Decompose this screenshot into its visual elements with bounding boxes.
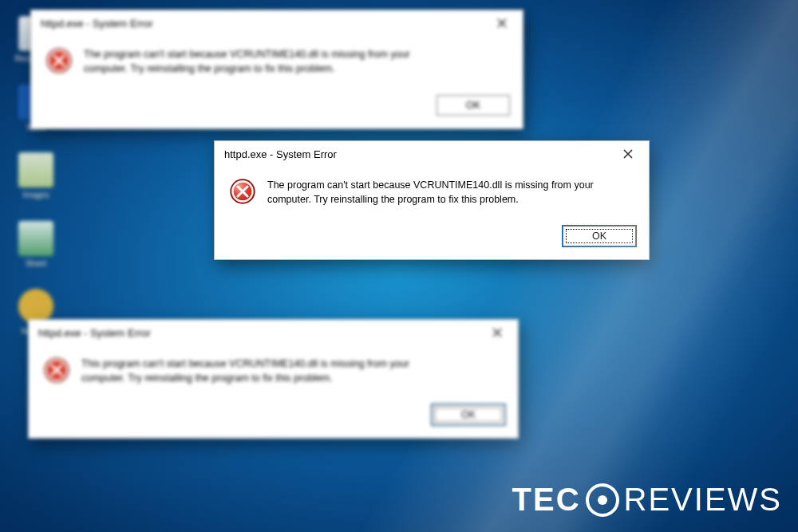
dialog-message: This program can't start because VCRUNTI… (81, 357, 425, 387)
error-icon (229, 178, 256, 208)
ok-button[interactable]: OK (437, 95, 510, 116)
desktop-icon-sheet[interactable]: Sheet (14, 221, 57, 269)
desktop-icon-images[interactable]: Images (14, 152, 57, 200)
dialog-title: httpd.exe - System Error (38, 327, 151, 339)
desktop-icon-label: Sheet (26, 259, 46, 269)
dialog-title: httpd.exe - System Error (41, 18, 153, 30)
target-icon (586, 483, 619, 517)
dialog-body: The program can't start because VCRUNTIM… (215, 167, 649, 218)
close-button[interactable] (484, 321, 510, 344)
dialog-actions: OK (215, 218, 649, 259)
ok-button[interactable]: OK (563, 226, 636, 246)
close-icon (497, 18, 507, 28)
desktop-icon-label: Images (23, 191, 49, 200)
close-icon (492, 328, 502, 337)
dialog-actions: OK (29, 396, 518, 438)
pictures-icon (18, 152, 53, 187)
site-watermark: TEC REVIEWS (512, 482, 782, 518)
dialog-title: httpd.exe - System Error (224, 148, 337, 160)
error-dialog-foreground: httpd.exe - System Error The program can… (214, 140, 650, 260)
watermark-text-right: REVIEWS (624, 482, 782, 518)
dialog-message: The program can't start because VCRUNTIM… (267, 178, 610, 208)
ok-button[interactable]: OK (432, 404, 505, 425)
dialog-titlebar: httpd.exe - System Error (29, 320, 518, 345)
error-dialog-bg-bottom: httpd.exe - System Error This program ca… (28, 319, 519, 439)
dialog-actions: OK (31, 87, 523, 128)
close-button[interactable] (489, 12, 515, 34)
close-button[interactable] (615, 143, 641, 165)
error-dialog-bg-top: httpd.exe - System Error The program can… (30, 10, 523, 129)
dialog-titlebar: httpd.exe - System Error (31, 10, 523, 36)
dialog-body: The program can't start because VCRUNTIM… (31, 36, 523, 87)
dialog-titlebar: httpd.exe - System Error (215, 141, 649, 167)
error-icon (45, 47, 73, 77)
close-icon (623, 149, 633, 159)
dialog-message: The program can't start because VCRUNTIM… (84, 47, 427, 77)
watermark-text-left: TEC (512, 482, 581, 518)
spreadsheet-icon (18, 221, 53, 256)
error-icon (43, 357, 70, 387)
dialog-body: This program can't start because VCRUNTI… (29, 345, 518, 396)
